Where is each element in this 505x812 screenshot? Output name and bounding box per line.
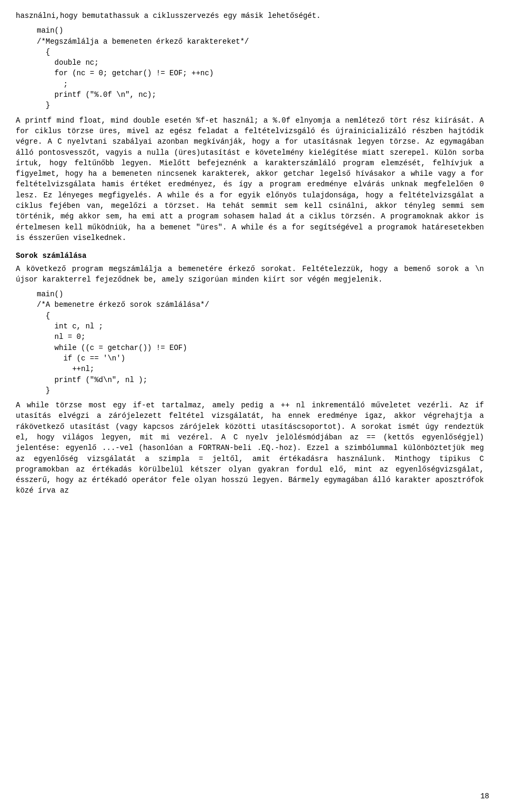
code-block-1: main() /*Megszámlálja a bemeneten érkező… [37, 25, 484, 111]
paragraph-3: A következő program megszámlálja a bemen… [16, 264, 484, 285]
page-content: használni,hogy bemutathassuk a ciklussze… [16, 11, 484, 496]
paragraph-2: A printf mind float, mind double esetén … [16, 115, 484, 244]
page-number: 18 [480, 791, 489, 801]
paragraph-4: A while törzse most egy if-et tartalmaz,… [16, 400, 484, 496]
section-heading: Sorok számlálása [16, 250, 484, 261]
code-block-2: main() /*A bemenetre érkező sorok számlá… [37, 289, 484, 396]
intro-paragraph: használni,hogy bemutathassuk a ciklussze… [16, 11, 484, 21]
